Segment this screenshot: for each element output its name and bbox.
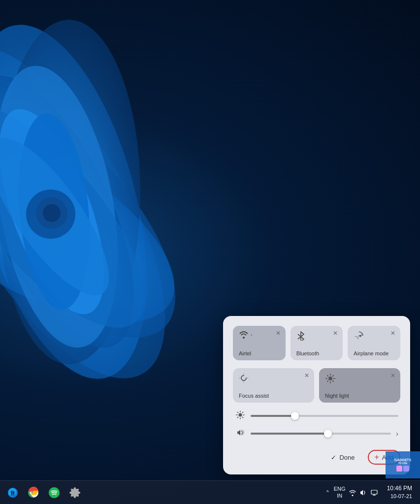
wifi-chevron: › [251, 332, 252, 338]
airplane-toggle[interactable]: ✕ Airplane mode [348, 326, 400, 360]
spotify-icon[interactable] [45, 484, 63, 502]
taskbar-apps [4, 484, 84, 502]
focus-label: Focus assist [239, 393, 269, 399]
volume-icon [235, 428, 246, 439]
edge-icon[interactable] [4, 484, 22, 502]
volume-fill [251, 433, 328, 435]
wifi-icon: › [239, 331, 252, 339]
night-light-icon [325, 373, 336, 384]
svg-line-14 [298, 334, 301, 337]
desktop: ✕ › Airtel ✕ [0, 0, 420, 504]
volume-slider-row: › [233, 428, 400, 439]
night-light-label: Night light [325, 393, 349, 399]
focus-pin-icon[interactable]: ✕ [302, 371, 311, 380]
wifi-pin-icon[interactable]: ✕ [274, 329, 283, 338]
brightness-track[interactable] [251, 415, 398, 417]
clock[interactable]: 10:46 PM 10-07-21 [383, 482, 416, 502]
bluetooth-icon [296, 331, 305, 341]
taskbar-system-tray: ^ ENGIN 10:46 PM [326, 482, 416, 502]
svg-point-16 [328, 377, 332, 380]
done-button[interactable]: ✓ Done [326, 451, 359, 464]
svg-point-13 [43, 204, 61, 222]
airplane-pin-icon[interactable]: ✕ [388, 329, 397, 338]
panel-footer: ✓ Done + Add [233, 446, 400, 465]
wifi-label: Airtel [239, 350, 251, 356]
tray-lang-label: ENGIN [334, 486, 346, 499]
clock-time: 10:46 PM [387, 484, 412, 493]
bluetooth-toggle[interactable]: ✕ Bluetooth [291, 326, 343, 360]
wallpaper-flower [0, 15, 246, 418]
svg-point-17 [239, 413, 242, 417]
focus-icon [239, 373, 249, 383]
svg-rect-21 [371, 490, 377, 494]
volume-track[interactable] [251, 433, 391, 435]
taskbar: ^ ENGIN 10:46 PM [0, 480, 420, 504]
brightness-slider-row [233, 410, 400, 421]
settings-icon[interactable] [66, 484, 84, 502]
done-checkmark-icon: ✓ [331, 454, 336, 461]
airplane-label: Airplane mode [354, 350, 388, 356]
svg-line-15 [298, 337, 301, 339]
volume-thumb[interactable] [324, 430, 332, 438]
tray-display-icon [370, 489, 378, 497]
tray-chevron-icon[interactable]: ^ [326, 490, 329, 495]
toggles-row-1: ✕ › Airtel ✕ [233, 326, 400, 360]
add-plus-icon: + [375, 453, 379, 462]
airplane-icon [354, 331, 364, 341]
quick-settings-panel: ✕ › Airtel ✕ [223, 316, 410, 474]
clock-date: 10-07-21 [387, 493, 412, 500]
bluetooth-label: Bluetooth [296, 350, 319, 356]
night-light-pin-icon[interactable]: ✕ [388, 371, 397, 380]
quick-settings-tray-button[interactable]: ENGIN [331, 484, 381, 501]
done-label: Done [339, 454, 355, 461]
brightness-fill [251, 415, 295, 417]
brightness-thumb[interactable] [291, 412, 299, 420]
chrome-icon[interactable] [25, 484, 42, 502]
watermark-logo: GADGETS TO USE [386, 451, 420, 478]
brightness-icon [235, 410, 246, 421]
tray-wifi-icon [349, 489, 356, 497]
focus-toggle[interactable]: ✕ Focus assist [233, 368, 314, 403]
tray-speaker-icon [359, 489, 367, 497]
toggles-row-2: ✕ Focus assist ✕ Night [233, 368, 400, 403]
bluetooth-pin-icon[interactable]: ✕ [331, 329, 340, 338]
night-light-toggle[interactable]: ✕ Night light [319, 368, 400, 403]
wifi-toggle[interactable]: ✕ › Airtel [233, 326, 286, 360]
volume-arrow-icon[interactable]: › [396, 430, 398, 438]
